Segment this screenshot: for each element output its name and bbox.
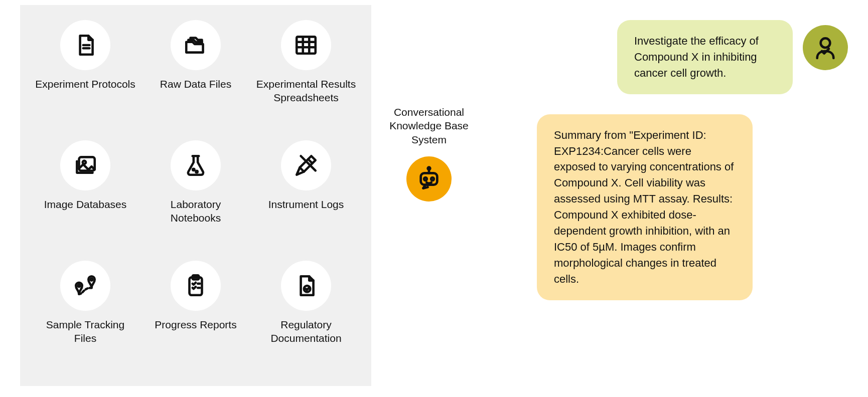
user-message-row: Investigate the efficacy of Compound X i…	[497, 20, 848, 94]
tile-label: Instrument Logs	[268, 197, 344, 211]
folders-icon	[171, 20, 221, 70]
tile-label: Regulatory Documentation	[256, 318, 356, 345]
system-column: Conversational Knowledge Base System	[371, 5, 487, 202]
tile-label: Experiment Protocols	[35, 77, 135, 91]
route-pins-icon	[60, 261, 110, 311]
tile-regulatory-docs: Regulatory Documentation	[256, 261, 356, 371]
svg-point-9	[193, 169, 194, 170]
svg-point-11	[78, 285, 80, 287]
robot-icon	[406, 156, 452, 202]
clipboard-list-icon	[171, 261, 221, 311]
tile-progress-reports: Progress Reports	[146, 261, 246, 371]
flask-icon	[171, 140, 221, 190]
tile-label: Image Databases	[44, 197, 127, 211]
chat-panel: Investigate the efficacy of Compound X i…	[487, 5, 848, 320]
tile-label: Sample Tracking Files	[35, 318, 135, 345]
svg-point-12	[90, 278, 92, 280]
bot-bubble: Summary from "Experiment ID: EXP1234:Can…	[537, 114, 753, 300]
tile-label: Progress Reports	[155, 318, 236, 331]
tile-image-databases: Image Databases	[35, 140, 135, 251]
svg-rect-2	[297, 37, 316, 53]
tile-label: Experimental Results Spreadsheets	[256, 77, 356, 105]
svg-point-20	[431, 177, 434, 180]
user-bubble: Investigate the efficacy of Compound X i…	[617, 20, 793, 94]
tile-results-spreadsheets: Experimental Results Spreadsheets	[256, 20, 356, 130]
table-icon	[281, 20, 331, 70]
tools-icon	[281, 140, 331, 190]
images-icon	[60, 140, 110, 190]
svg-point-23	[821, 38, 830, 48]
data-sources-grid: Experiment Protocols Raw Data Files Expe…	[20, 5, 371, 386]
tile-raw-data-files: Raw Data Files	[146, 20, 246, 130]
person-icon	[803, 25, 848, 70]
bot-message-row: Summary from "Experiment ID: EXP1234:Can…	[497, 114, 848, 300]
svg-point-19	[424, 177, 427, 180]
svg-point-10	[196, 171, 197, 172]
tile-label: Laboratory Notebooks	[146, 197, 246, 225]
tile-sample-tracking: Sample Tracking Files	[35, 261, 135, 371]
tile-experiment-protocols: Experiment Protocols	[35, 20, 135, 130]
tile-lab-notebooks: Laboratory Notebooks	[146, 140, 246, 251]
tile-instrument-logs: Instrument Logs	[256, 140, 356, 251]
tile-label: Raw Data Files	[160, 77, 231, 91]
system-label: Conversational Knowledge Base System	[386, 105, 472, 146]
svg-point-22	[428, 167, 430, 170]
file-check-icon	[281, 261, 331, 311]
file-text-icon	[60, 20, 110, 70]
